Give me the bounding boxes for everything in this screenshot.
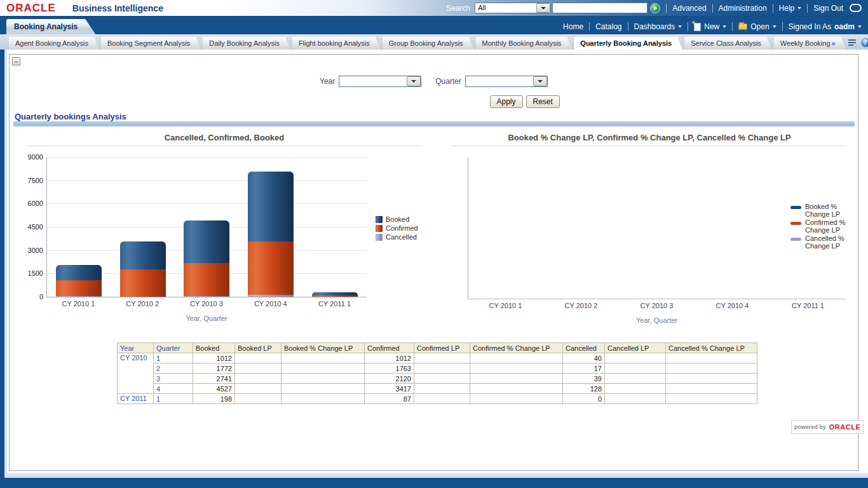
signed-in-menu[interactable]: Signed In Asoadm bbox=[789, 22, 862, 31]
bar-segment-booked-cy-2010-3[interactable] bbox=[184, 220, 229, 263]
stacked-bar-cy-2010-4[interactable] bbox=[248, 172, 294, 297]
bar-segment-confirmed-cy-2010-1[interactable] bbox=[56, 280, 102, 296]
reset-button[interactable]: Reset bbox=[526, 95, 560, 108]
year-link[interactable]: CY 2011 bbox=[120, 395, 147, 402]
dropdown-arrow-icon[interactable] bbox=[407, 76, 421, 86]
administration-link[interactable]: Administration bbox=[719, 4, 767, 13]
year-cell: CY 2011 bbox=[118, 394, 154, 404]
bar-segment-cancelled-cy-2010-4[interactable] bbox=[248, 295, 294, 297]
column-header-cancelled-change-lp[interactable]: Cancelled % Change LP bbox=[666, 343, 757, 353]
quarter-link[interactable]: 2 bbox=[156, 365, 160, 372]
tab-booking-analysis[interactable]: Booking Analysis bbox=[6, 19, 95, 34]
advanced-link[interactable]: Advanced bbox=[672, 4, 706, 13]
chart-title: Booked % Change LP, Confirmed % Change L… bbox=[452, 133, 847, 146]
stacked-bar-cy-2010-3[interactable] bbox=[184, 220, 229, 297]
subtab-group-booking-analysis[interactable]: Group Booking Analysis bbox=[383, 37, 474, 50]
search-input[interactable] bbox=[552, 3, 648, 13]
divider bbox=[666, 4, 667, 13]
value-cell bbox=[666, 363, 757, 374]
value-cell: 39 bbox=[563, 374, 605, 384]
quarter-link[interactable]: 1 bbox=[156, 395, 160, 403]
legend-marker-icon bbox=[790, 206, 801, 209]
application-window: ORACLE Business Intelligence Search All … bbox=[0, 0, 868, 488]
stacked-bar-cy-2010-1[interactable] bbox=[56, 265, 102, 297]
bar-segment-booked-cy-2010-4[interactable] bbox=[248, 172, 294, 242]
bar-segment-confirmed-cy-2010-3[interactable] bbox=[184, 263, 229, 296]
column-header-year[interactable]: Year bbox=[118, 343, 154, 353]
quarter-select[interactable] bbox=[465, 76, 548, 87]
bar-segment-confirmed-cy-2010-2[interactable] bbox=[120, 269, 166, 297]
column-header-confirmed-lp[interactable]: Confirmed LP bbox=[414, 343, 470, 353]
subtab-quarterly-booking-analysis[interactable]: Quarterly Booking Analysis bbox=[574, 37, 682, 50]
collapse-section-button[interactable] bbox=[12, 57, 20, 65]
dashboard-nav-band: Booking Analysis Home Catalog Dashboards… bbox=[0, 17, 868, 34]
catalog-link[interactable]: Catalog bbox=[595, 22, 621, 31]
column-header-confirmed-change-lp[interactable]: Confirmed % Change LP bbox=[470, 343, 563, 353]
column-header-quarter[interactable]: Quarter bbox=[154, 343, 193, 353]
bar-segment-cancelled-cy-2010-3[interactable] bbox=[184, 296, 229, 297]
x-axis-label-cy-2010-4: CY 2010 4 bbox=[238, 300, 302, 308]
subtab-label: Weekly Booking bbox=[780, 39, 831, 47]
quarter-link[interactable]: 3 bbox=[156, 375, 160, 383]
bar-segment-confirmed-cy-2011-1[interactable] bbox=[312, 295, 358, 297]
quarter-link[interactable]: 4 bbox=[156, 385, 160, 393]
help-icon[interactable] bbox=[861, 38, 868, 47]
divider bbox=[712, 4, 713, 13]
year-select[interactable] bbox=[339, 76, 421, 87]
stacked-bar-cy-2010-2[interactable] bbox=[120, 241, 166, 297]
bar-segment-booked-cy-2010-2[interactable] bbox=[120, 241, 166, 269]
value-cell: 1012 bbox=[193, 353, 235, 363]
dashboards-menu[interactable]: Dashboards bbox=[634, 22, 682, 31]
dropdown-arrow-icon[interactable] bbox=[533, 76, 547, 86]
search-go-button[interactable] bbox=[650, 3, 660, 13]
page-options-icon[interactable] bbox=[848, 39, 857, 46]
table-row: 21772 1763 17 bbox=[118, 363, 757, 374]
divider bbox=[688, 22, 688, 31]
subtab-weekly-booking[interactable]: Weekly Booking» bbox=[774, 37, 846, 50]
value-cell bbox=[666, 394, 757, 404]
column-header-confirmed[interactable]: Confirmed bbox=[365, 343, 414, 353]
column-header-cancelled-lp[interactable]: Cancelled LP bbox=[605, 343, 666, 353]
open-folder-icon bbox=[738, 24, 747, 30]
new-menu[interactable]: ✶New bbox=[694, 22, 726, 31]
search-scope-select[interactable]: All bbox=[475, 3, 551, 13]
home-link[interactable]: Home bbox=[563, 22, 583, 31]
oracle-brand: ORACLE bbox=[829, 423, 860, 431]
open-menu[interactable]: Open bbox=[738, 22, 776, 31]
bar-segment-confirmed-cy-2010-4[interactable] bbox=[248, 241, 294, 295]
stacked-bar-cy-2011-1[interactable] bbox=[312, 292, 358, 297]
legend-label: Confirmed % Change LP bbox=[805, 219, 846, 234]
apply-button[interactable]: Apply bbox=[490, 95, 523, 108]
value-cell bbox=[414, 394, 470, 404]
help-menu[interactable]: Help bbox=[779, 4, 802, 13]
dropdown-arrow-icon[interactable] bbox=[536, 3, 550, 13]
quarter-link[interactable]: 1 bbox=[156, 355, 160, 362]
subtab-agent-booking-analysis[interactable]: Agent Booking Analysis bbox=[9, 37, 99, 50]
user-name: oadm bbox=[834, 22, 855, 31]
bar-slot-cy-2011-1 bbox=[302, 158, 367, 297]
column-header-booked-change-lp[interactable]: Booked % Change LP bbox=[281, 343, 365, 353]
legend-item-confirmed: Confirmed bbox=[376, 224, 418, 232]
subtab-service-class-analysis[interactable]: Service Class Analysis bbox=[684, 37, 772, 50]
chevron-down-icon bbox=[678, 25, 682, 28]
value-cell: 198 bbox=[193, 394, 235, 404]
value-cell bbox=[470, 374, 563, 384]
quarter-cell: 2 bbox=[154, 363, 193, 374]
column-header-booked-lp[interactable]: Booked LP bbox=[235, 343, 281, 353]
subtab-monthly-booking-analysis[interactable]: Monthly Booking Analysis bbox=[476, 37, 573, 50]
stacked-bar-chart: Cancelled, Confirmed, Booked 01500300045… bbox=[27, 133, 421, 330]
value-cell bbox=[414, 363, 470, 374]
subtab-daily-booking-analysis[interactable]: Daily Booking Analysis bbox=[203, 37, 290, 50]
subtab-booking-segment-analysis[interactable]: Booking Segment Analysis bbox=[101, 37, 201, 50]
year-link[interactable]: CY 2010 bbox=[120, 354, 147, 362]
subtab-flight-booking-analysis[interactable]: Flight booking Analysis bbox=[292, 37, 381, 50]
sign-out-link[interactable]: Sign Out bbox=[813, 4, 843, 13]
column-header-booked[interactable]: Booked bbox=[193, 343, 235, 353]
value-cell bbox=[235, 363, 281, 374]
subtab-label: Monthly Booking Analysis bbox=[482, 39, 562, 47]
column-header-cancelled[interactable]: Cancelled bbox=[563, 343, 605, 353]
bar-segment-cancelled-cy-2010-1[interactable] bbox=[56, 296, 102, 297]
divider bbox=[628, 22, 628, 31]
bar-segment-booked-cy-2010-1[interactable] bbox=[56, 265, 102, 281]
x-axis-title: Year, Quarter bbox=[46, 315, 367, 322]
